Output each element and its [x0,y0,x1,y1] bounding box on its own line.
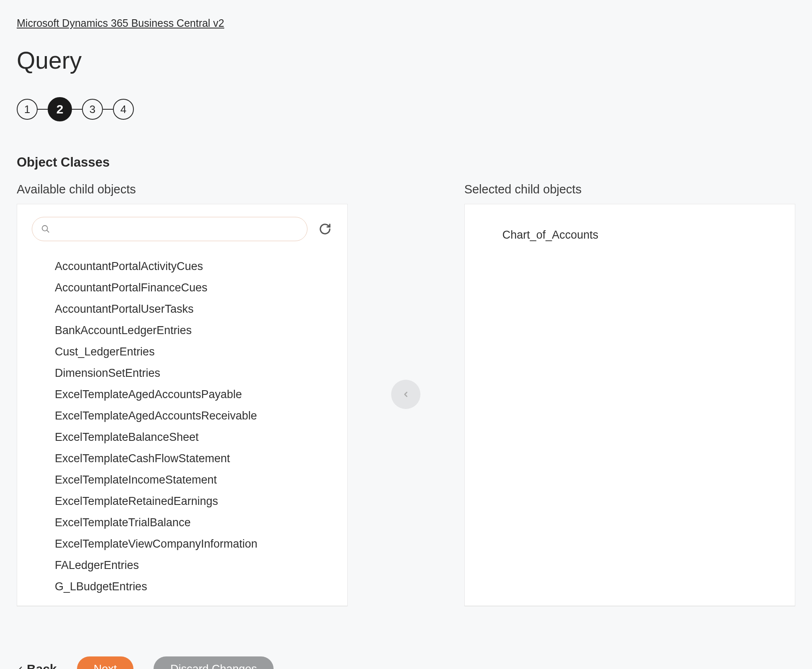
step-2[interactable]: 2 [48,97,72,121]
list-item[interactable]: ExcelTemplateViewCompanyInformation [55,533,333,555]
search-input[interactable] [32,217,307,241]
back-label: Back [27,662,57,669]
svg-line-1 [47,230,49,233]
selected-list: Chart_of_Accounts [479,217,780,246]
search-icon [41,224,50,234]
list-item[interactable]: ExcelTemplateAgedAccountsPayable [55,384,333,405]
chevron-left-icon [17,665,24,669]
list-item[interactable]: BankAccountLedgerEntries [55,320,333,341]
list-item[interactable]: Cust_LedgerEntries [55,341,333,363]
refresh-button[interactable] [318,221,333,237]
discard-button[interactable]: Discard Changes [154,656,274,669]
available-panel: AccountantPortalActivityCuesAccountantPo… [17,204,348,606]
next-button[interactable]: Next [77,656,134,669]
step-3[interactable]: 3 [82,99,103,120]
page-title: Query [17,46,795,74]
section-title: Object Classes [17,155,795,170]
move-left-button[interactable] [391,380,420,409]
svg-point-0 [42,226,48,231]
list-item[interactable]: ExcelTemplateRetainedEarnings [55,491,333,512]
list-item[interactable]: AccountantPortalFinanceCues [55,277,333,298]
selected-panel: Chart_of_Accounts [464,204,795,606]
available-list: AccountantPortalActivityCuesAccountantPo… [32,256,333,597]
breadcrumb-link[interactable]: Microsoft Dynamics 365 Business Central … [17,17,224,29]
step-connector [72,109,82,110]
list-item[interactable]: ExcelTemplateTrialBalance [55,512,333,533]
list-item[interactable]: AccountantPortalUserTasks [55,298,333,320]
step-1[interactable]: 1 [17,99,38,120]
list-item[interactable]: AccountantPortalActivityCues [55,256,333,277]
list-item[interactable]: DimensionSetEntries [55,363,333,384]
step-connector [103,109,113,110]
refresh-icon [319,223,331,235]
list-item[interactable]: ExcelTemplateIncomeStatement [55,469,333,491]
stepper: 1234 [17,97,795,121]
chevron-left-icon [402,390,410,399]
list-item[interactable]: ExcelTemplateBalanceSheet [55,427,333,448]
selected-panel-label: Selected child objects [464,183,795,196]
list-item[interactable]: Chart_of_Accounts [502,224,780,246]
list-item[interactable]: ExcelTemplateAgedAccountsReceivable [55,405,333,427]
back-button[interactable]: Back [17,662,57,669]
step-connector [38,109,48,110]
available-panel-label: Available child objects [17,183,348,196]
list-item[interactable]: G_LBudgetEntries [55,576,333,597]
step-4[interactable]: 4 [113,99,134,120]
list-item[interactable]: FALedgerEntries [55,555,333,576]
list-item[interactable]: ExcelTemplateCashFlowStatement [55,448,333,469]
